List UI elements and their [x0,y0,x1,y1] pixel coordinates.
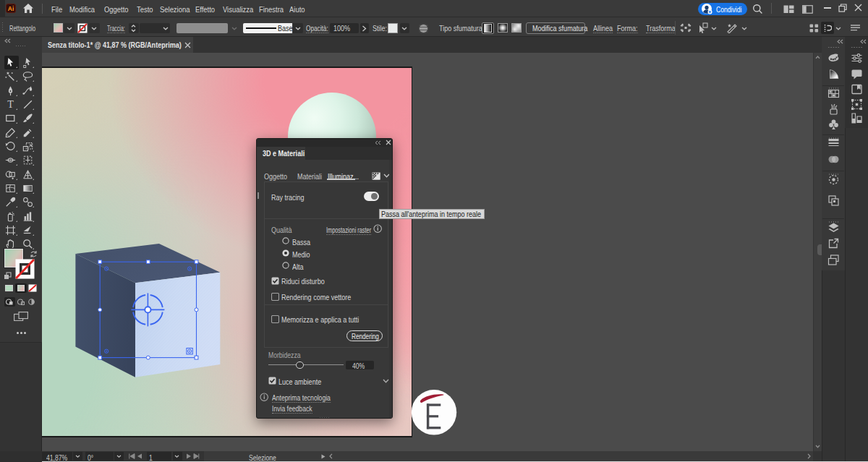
svg-text:T: T [7,99,14,110]
